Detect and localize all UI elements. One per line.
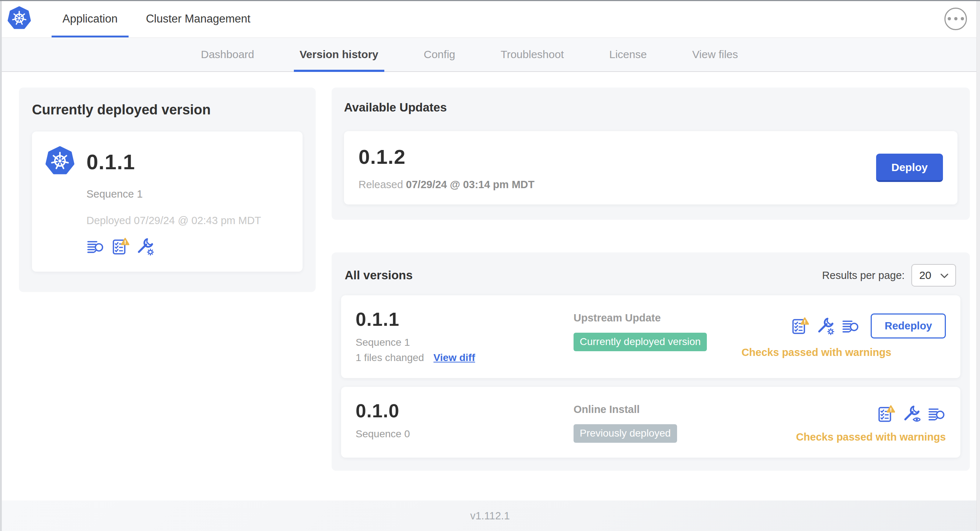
- view-config-icon[interactable]: [902, 405, 920, 423]
- kubernetes-app-icon: [45, 146, 75, 177]
- subnav-tab-dashboard[interactable]: Dashboard: [195, 38, 260, 71]
- previously-deployed-badge: Previously deployed: [574, 424, 677, 443]
- results-per-page-label: Results per page:: [822, 270, 904, 281]
- row-source-label: Upstream Update: [574, 312, 741, 324]
- preflight-status-text: Checks passed with warnings: [741, 347, 891, 358]
- subnav-tab-troubleshoot[interactable]: Troubleshoot: [495, 38, 570, 71]
- tab-application-label: Application: [62, 12, 118, 25]
- main-nav-tabs: Application Cluster Management: [52, 0, 261, 37]
- chevron-down-icon: [940, 269, 949, 281]
- current-version-card: Currently deployed version 0.1.1 Sequenc…: [19, 87, 316, 292]
- app-logo: [7, 0, 31, 37]
- current-version-deployed-date: Deployed 07/29/24 @ 02:43 pm MDT: [86, 215, 290, 227]
- current-version-number: 0.1.1: [86, 149, 135, 174]
- preflight-status-text: Checks passed with warnings: [796, 431, 946, 443]
- tab-cluster-management-label: Cluster Management: [146, 12, 251, 25]
- scrollbar[interactable]: [976, 1, 980, 531]
- overflow-menu-button[interactable]: [944, 8, 967, 30]
- subnav-tab-config[interactable]: Config: [418, 38, 461, 71]
- row-files-changed: 1 files changed: [356, 352, 424, 364]
- edit-config-icon[interactable]: [136, 237, 154, 256]
- current-version-section: Currently deployed version 0.1.1 Sequenc…: [19, 87, 316, 292]
- ellipsis-icon: [948, 17, 951, 20]
- deploy-button[interactable]: Deploy: [876, 154, 943, 182]
- app-manager-version: v1.112.1: [470, 510, 510, 522]
- top-nav-bar: Application Cluster Management: [0, 0, 980, 38]
- version-row-0-1-1: 0.1.1 Sequence 1 1 files changed View di…: [341, 295, 960, 378]
- preflight-checks-warning-icon[interactable]: [877, 405, 895, 423]
- subnav-tab-license[interactable]: License: [603, 38, 652, 71]
- release-notes-icon[interactable]: [842, 317, 860, 335]
- subnav-tab-version-history[interactable]: Version history: [294, 38, 384, 71]
- tab-application[interactable]: Application: [52, 0, 129, 37]
- all-versions-header: All versions Results per page: 20: [345, 264, 956, 286]
- available-updates-title: Available Updates: [344, 100, 958, 114]
- release-notes-icon[interactable]: [928, 405, 946, 423]
- currently-deployed-badge: Currently deployed version: [574, 333, 707, 351]
- edit-config-icon[interactable]: [816, 317, 834, 335]
- results-per-page-value: 20: [920, 269, 931, 281]
- current-version-inner-card: 0.1.1 Sequence 1 Deployed 07/29/24 @ 02:…: [32, 132, 302, 272]
- all-versions-card: All versions Results per page: 20 0.1.1 …: [332, 253, 970, 471]
- update-version-number: 0.1.2: [358, 145, 534, 169]
- row-source-label: Online Install: [574, 404, 796, 415]
- all-versions-title: All versions: [345, 269, 413, 282]
- redeploy-button[interactable]: Redeploy: [871, 313, 946, 339]
- tab-cluster-management[interactable]: Cluster Management: [135, 0, 261, 37]
- version-row-0-1-0: 0.1.0 Sequence 0 Online Install Previous…: [341, 387, 960, 458]
- results-per-page-select[interactable]: 20: [912, 264, 956, 286]
- view-diff-link[interactable]: View diff: [433, 352, 475, 364]
- versions-section: Available Updates 0.1.2 Released 07/29/2…: [332, 87, 970, 471]
- available-updates-card: Available Updates 0.1.2 Released 07/29/2…: [332, 87, 970, 220]
- current-version-sequence: Sequence 1: [86, 188, 290, 200]
- subnav-tab-view-files[interactable]: View files: [687, 38, 744, 71]
- version-history-page: Currently deployed version 0.1.1 Sequenc…: [0, 72, 980, 471]
- update-released-date: Released 07/29/24 @ 03:14 pm MDT: [358, 179, 534, 191]
- current-version-title: Currently deployed version: [32, 102, 302, 118]
- row-version-number: 0.1.0: [356, 400, 574, 422]
- kubernetes-logo-icon: [7, 6, 31, 32]
- preflight-checks-warning-icon[interactable]: [791, 317, 809, 335]
- release-notes-icon[interactable]: [86, 237, 105, 256]
- row-sequence: Sequence 0: [356, 428, 574, 440]
- window-left-edge: [0, 0, 2, 531]
- current-version-actions: [86, 237, 290, 256]
- footer: v1.112.1: [0, 501, 980, 531]
- preflight-checks-warning-icon[interactable]: [111, 237, 129, 256]
- row-version-number: 0.1.1: [356, 308, 574, 330]
- app-subnav: Dashboard Version history Config Trouble…: [0, 38, 980, 72]
- available-update-row: 0.1.2 Released 07/29/24 @ 03:14 pm MDT D…: [344, 131, 958, 205]
- row-sequence: Sequence 1: [356, 337, 574, 348]
- window-top-edge: [0, 0, 980, 1]
